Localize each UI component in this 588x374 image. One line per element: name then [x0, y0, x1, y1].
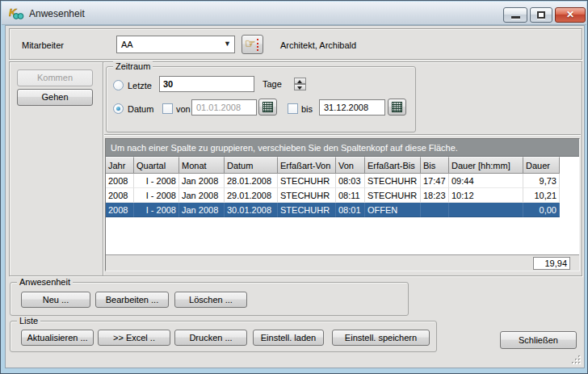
cell-von: 08:03: [336, 174, 365, 188]
arrow-up-icon: [297, 80, 302, 83]
column-header-dauer[interactable]: Dauer: [523, 157, 560, 174]
bearbeiten-button[interactable]: Bearbeiten ...: [95, 292, 169, 308]
minimize-icon: [511, 16, 520, 19]
drucken-button[interactable]: Drucken ...: [174, 330, 247, 346]
column-header-erfassart-bis[interactable]: Erfaßart-Bis: [365, 157, 421, 174]
column-header-erfassart-von[interactable]: Erfaßart-Von: [278, 157, 336, 174]
attendance-window: K Anwesenheit ✕ Mitarbeiter AA ▼ ☞ Archi…: [0, 0, 588, 374]
minimize-button[interactable]: [503, 7, 527, 23]
window-title: Anwesenheit: [29, 8, 85, 19]
bis-calendar-button[interactable]: [388, 99, 406, 116]
table-row-selected[interactable]: 2008 I - 2008 Jan 2008 30.01.2008 STECHU…: [106, 203, 560, 217]
main-panel: Kommen Gehen Zeitraum Letzte 30 Tage Dat…: [9, 61, 582, 276]
chevron-down-icon: ▼: [224, 40, 231, 48]
cell-erfassart-von: STECHUHR: [278, 174, 336, 188]
cell-bis: 18:23: [421, 188, 449, 203]
close-button[interactable]: ✕: [555, 7, 586, 23]
horizontal-separator: [104, 134, 581, 136]
spinner-down-button[interactable]: [294, 84, 306, 90]
letzte-days-field[interactable]: 30: [159, 76, 254, 92]
cell-datum: 28.01.2008: [225, 174, 278, 188]
cell-quartal: I - 2008: [134, 203, 179, 217]
cell-jahr: 2008: [106, 174, 134, 188]
letzte-label: Letzte: [128, 81, 152, 90]
liste-group-title: Liste: [17, 316, 40, 326]
cell-erfassart-bis: STECHUHR: [365, 174, 421, 188]
cell-bis: [421, 203, 449, 217]
liste-group: Liste Aktualisieren ... >> Excel .. Druc…: [10, 321, 437, 352]
cell-monat: Jan 2008: [179, 188, 225, 203]
employee-combobox-value: AA: [121, 40, 133, 49]
column-header-bis[interactable]: Bis: [421, 157, 449, 174]
column-header-quartal[interactable]: Quartal: [134, 157, 179, 174]
kommen-button[interactable]: Kommen: [17, 69, 93, 86]
app-icon: K: [9, 6, 25, 20]
zeitraum-group-title: Zeitraum: [113, 61, 153, 71]
einstellungen-laden-button[interactable]: Einstell. laden: [253, 330, 324, 346]
cell-von: 08:11: [336, 188, 365, 203]
attendance-grid: Um nach einer Spalte zu gruppieren, vers…: [105, 138, 580, 271]
loeschen-button[interactable]: Löschen ...: [174, 292, 247, 308]
total-duration-value: 19,94: [533, 257, 570, 270]
cell-datum: 29.01.2008: [225, 188, 278, 203]
datum-label: Datum: [128, 104, 153, 114]
cell-dauer-hhmm: 09:44: [449, 174, 523, 188]
column-header-dauer-hhmm[interactable]: Dauer [hh:mm]: [449, 157, 523, 174]
cell-bis: 17:47: [421, 174, 449, 188]
column-header-monat[interactable]: Monat: [179, 157, 225, 174]
cell-datum: 30.01.2008: [225, 203, 278, 217]
zeitraum-group: Zeitraum Letzte 30 Tage Datum von 01.01.…: [106, 66, 416, 132]
days-spinner: [294, 78, 306, 90]
excel-button[interactable]: >> Excel ..: [98, 330, 170, 346]
calendar-icon: [392, 102, 402, 112]
grid-summary-bar: 19,94: [106, 254, 579, 271]
column-header-jahr[interactable]: Jahr: [106, 157, 134, 174]
employee-browse-button[interactable]: ☞: [242, 35, 263, 54]
von-label: von: [176, 104, 191, 114]
cell-von: 08:01: [336, 203, 365, 217]
cell-dauer-hhmm: [449, 203, 523, 217]
spinner-up-button[interactable]: [294, 78, 306, 84]
cell-dauer: 9,73: [523, 174, 560, 188]
vertical-separator: [103, 62, 104, 275]
title-bar: K Anwesenheit ✕: [2, 2, 586, 25]
cell-monat: Jan 2008: [179, 174, 225, 188]
maximize-button[interactable]: [530, 7, 552, 23]
bis-label: bis: [301, 104, 313, 114]
cell-erfassart-von: STECHUHR: [278, 188, 336, 203]
neu-button[interactable]: Neu ...: [21, 292, 90, 308]
column-header-von[interactable]: Von: [336, 157, 365, 174]
cell-dauer: 0,00: [523, 203, 560, 217]
von-checkbox[interactable]: [162, 103, 173, 114]
einstellungen-speichern-button[interactable]: Einstell. speichern: [332, 330, 430, 346]
datum-radio[interactable]: [113, 103, 124, 114]
von-calendar-button[interactable]: [258, 99, 277, 116]
dotted-line-icon: [257, 39, 258, 51]
cell-jahr: 2008: [106, 203, 134, 217]
group-by-drop-area[interactable]: Um nach einer Spalte zu gruppieren, vers…: [106, 139, 579, 157]
aktualisieren-button[interactable]: Aktualisieren ...: [21, 330, 94, 346]
employee-display-name: Architekt, Archibald: [280, 40, 356, 50]
cell-monat: Jan 2008: [179, 203, 225, 217]
cell-erfassart-bis: STECHUHR: [365, 188, 421, 203]
von-date-value: 01.01.2008: [196, 103, 241, 112]
cell-jahr: 2008: [106, 188, 134, 203]
column-header-datum[interactable]: Datum: [225, 157, 278, 174]
resize-grip[interactable]: [570, 354, 582, 365]
von-date-field[interactable]: 01.01.2008: [191, 99, 257, 116]
cell-erfassart-bis: OFFEN: [365, 203, 421, 217]
cell-quartal: I - 2008: [134, 188, 179, 203]
bis-checkbox[interactable]: [288, 103, 298, 114]
bis-date-field[interactable]: 31.12.2008: [319, 99, 385, 116]
letzte-radio[interactable]: [113, 80, 124, 90]
schliessen-button[interactable]: Schließen: [500, 331, 577, 349]
employee-combobox[interactable]: AA ▼: [116, 36, 235, 53]
gehen-button[interactable]: Gehen: [17, 89, 93, 106]
table-row[interactable]: 2008 I - 2008 Jan 2008 28.01.2008 STECHU…: [106, 174, 560, 188]
anwesenheit-group-title: Anwesenheit: [17, 277, 73, 287]
letzte-days-value: 30: [163, 79, 173, 89]
cell-erfassart-von: STECHUHR: [278, 203, 336, 217]
table-row[interactable]: 2008 I - 2008 Jan 2008 29.01.2008 STECHU…: [106, 188, 560, 203]
anwesenheit-group: Anwesenheit Neu ... Bearbeiten ... Lösch…: [10, 282, 409, 316]
calendar-icon: [262, 102, 273, 112]
